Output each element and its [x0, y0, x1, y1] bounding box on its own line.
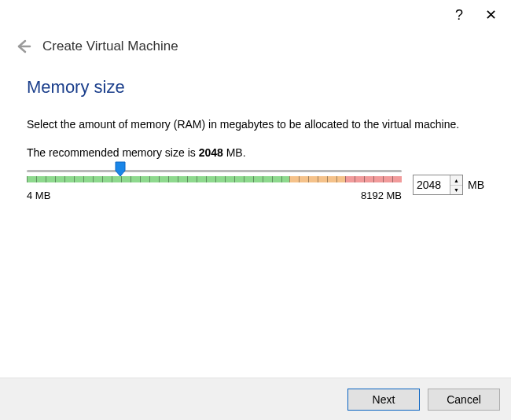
close-icon[interactable]: ✕: [485, 6, 497, 24]
titlebar: ? ✕: [0, 0, 511, 24]
cancel-button[interactable]: Cancel: [428, 389, 500, 411]
slider-groove: [27, 170, 402, 172]
slider-thumb[interactable]: [115, 161, 126, 177]
instruction-text: Select the amount of memory (RAM) in meg…: [27, 116, 484, 132]
header: Create Virtual Machine: [0, 24, 511, 55]
wizard-title: Create Virtual Machine: [42, 39, 178, 54]
recommended-text: The recommended memory size is 2048 MB.: [27, 146, 484, 159]
memory-slider-row: 4 MB 8192 MB ▲ ▼ MB: [27, 170, 484, 201]
memory-slider[interactable]: 4 MB 8192 MB: [27, 170, 402, 201]
spin-down-icon[interactable]: ▼: [450, 186, 462, 195]
spin-buttons: ▲ ▼: [450, 175, 462, 194]
recommend-value: 2048: [199, 146, 223, 159]
help-icon[interactable]: ?: [455, 7, 463, 24]
next-button[interactable]: Next: [347, 389, 420, 411]
footer: Next Cancel: [0, 378, 511, 420]
page-heading: Memory size: [27, 77, 484, 98]
slider-max-label: 8192 MB: [361, 190, 402, 201]
memory-spinbox: ▲ ▼ MB: [413, 175, 484, 195]
slider-zone-orange: [289, 174, 346, 185]
memory-unit: MB: [468, 179, 484, 191]
slider-zone-red: [345, 174, 402, 185]
recommend-prefix: The recommended memory size is: [27, 146, 199, 159]
slider-ticks: [27, 174, 402, 185]
slider-labels: 4 MB 8192 MB: [27, 190, 402, 201]
content-area: Memory size Select the amount of memory …: [0, 55, 511, 201]
slider-min-label: 4 MB: [27, 190, 50, 201]
spinbox-field: ▲ ▼: [413, 175, 463, 195]
slider-zone-green: [27, 174, 289, 185]
recommend-suffix: MB.: [223, 146, 246, 159]
back-arrow-icon[interactable]: [14, 38, 31, 55]
memory-input[interactable]: [414, 175, 450, 194]
spin-up-icon[interactable]: ▲: [450, 175, 462, 186]
